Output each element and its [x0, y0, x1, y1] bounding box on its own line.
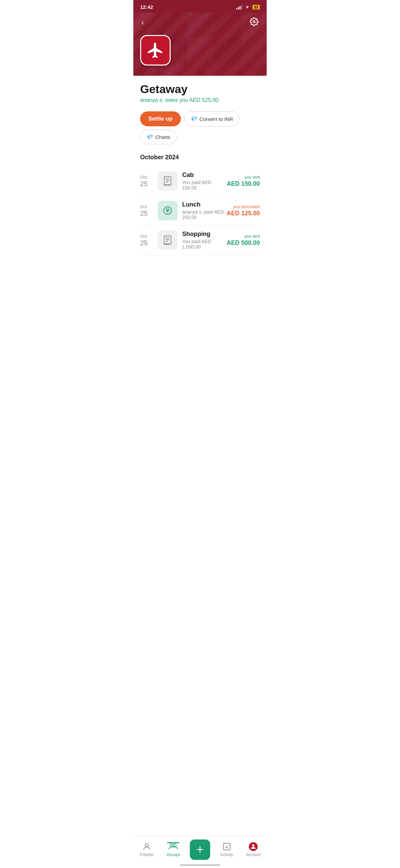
status-bar: 12:42 23 [133, 0, 267, 13]
subtitle-text: ananya s. owes you [140, 97, 189, 103]
app-icon-container [140, 35, 260, 66]
date-day: 25 [140, 180, 158, 188]
date-month: Oct [140, 234, 158, 239]
tx-info: Cab You paid AED 150.00 [182, 171, 227, 191]
tx-icon [158, 201, 177, 220]
date-col: Oct 25 [140, 175, 158, 188]
gear-icon [250, 17, 259, 26]
tx-amount: AED 125.00 [227, 210, 260, 217]
charts-button[interactable]: 💎 Charts [140, 130, 177, 144]
date-month: Oct [140, 204, 158, 209]
wifi-icon [244, 5, 250, 10]
tx-sub: You paid AED 1,000.00 [182, 239, 227, 250]
tx-amount-col: you borrowed AED 125.00 [227, 204, 260, 217]
tx-amount: AED 500.00 [227, 239, 260, 247]
diamond-icon-convert: 💎 [191, 116, 197, 122]
tx-amount: AED 150.00 [227, 180, 260, 187]
transaction-item[interactable]: Oct 25 Cab You paid AED 150.00 you lent … [140, 166, 260, 196]
transaction-item[interactable]: Oct 25 Shopping You paid AED 1,000.00 yo… [140, 225, 260, 255]
battery-badge: 23 [252, 5, 260, 10]
receipt-icon [163, 176, 173, 186]
month-header: October 2024 [140, 154, 260, 161]
tx-label: you borrowed [227, 204, 260, 209]
settings-button[interactable] [248, 16, 260, 30]
svg-marker-11 [133, 65, 160, 76]
back-button[interactable]: ‹ [140, 17, 145, 29]
tx-info: Lunch ananya s. paid AED 250.00 [182, 201, 227, 220]
action-buttons: Settle up 💎 Convert to INR 💎 Charts [140, 111, 260, 144]
main-content: Getaway ananya s. owes you AED 525.00 Se… [133, 76, 267, 255]
svg-marker-12 [160, 65, 188, 76]
status-time: 12:42 [140, 4, 153, 10]
transaction-list: Oct 25 Cab You paid AED 150.00 you lent … [140, 166, 260, 255]
tx-icon [158, 171, 177, 191]
fork-icon [163, 205, 173, 216]
app-icon [140, 35, 171, 66]
tx-sub: You paid AED 150.00 [182, 180, 227, 191]
tx-info: Shopping You paid AED 1,000.00 [182, 231, 227, 250]
tx-label: you lent [227, 234, 260, 239]
group-subtitle: ananya s. owes you AED 525.00 [140, 97, 260, 103]
transaction-item[interactable]: Oct 25 Lunch ananya s. paid AED 250.00 y… [140, 196, 260, 225]
svg-point-13 [253, 21, 255, 23]
group-title: Getaway [140, 83, 260, 96]
date-month: Oct [140, 175, 158, 180]
tx-name: Shopping [182, 231, 227, 238]
convert-button[interactable]: 💎 Convert to INR [184, 111, 240, 126]
charts-label: Charts [155, 134, 170, 140]
date-col: Oct 25 [140, 234, 158, 247]
date-day: 25 [140, 239, 158, 247]
tx-label: you lent [227, 175, 260, 180]
date-day: 25 [140, 209, 158, 217]
tx-name: Lunch [182, 201, 227, 208]
status-icons: 23 [236, 5, 260, 10]
svg-rect-21 [164, 236, 171, 245]
receipt-icon [163, 235, 173, 245]
date-col: Oct 25 [140, 204, 158, 217]
signal-icon [236, 5, 242, 10]
tx-amount-col: you lent AED 500.00 [227, 234, 260, 247]
tx-name: Cab [182, 171, 227, 179]
tx-sub: ananya s. paid AED 250.00 [182, 209, 227, 220]
airplane-icon [146, 41, 165, 59]
tx-icon [158, 230, 177, 250]
diamond-icon-charts: 💎 [147, 134, 153, 140]
header-nav: ‹ [140, 16, 260, 30]
settle-up-button[interactable]: Settle up [140, 111, 181, 126]
svg-rect-14 [164, 177, 171, 185]
header-bg: ‹ [133, 13, 267, 76]
tx-amount-col: you lent AED 150.00 [227, 175, 260, 187]
convert-label: Convert to INR [199, 116, 233, 122]
